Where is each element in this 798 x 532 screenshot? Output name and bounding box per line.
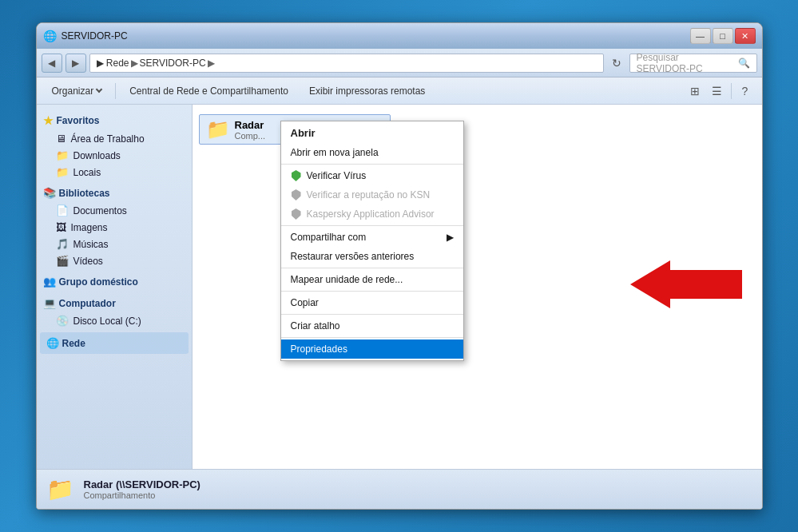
- videos-label: Vídeos: [73, 256, 103, 267]
- sidebar-item-musicas[interactable]: 🎵 Músicas: [37, 236, 192, 252]
- grupo-label: Grupo doméstico: [59, 276, 138, 288]
- abrir-label: Abrir: [291, 127, 316, 139]
- ctx-item-mapear[interactable]: Mapear unidade de rede...: [281, 270, 463, 289]
- sidebar-header-grupo[interactable]: 👥 Grupo doméstico: [37, 272, 192, 291]
- sidebar-item-videos[interactable]: 🎬 Vídeos: [37, 252, 192, 269]
- bibliotecas-label: Bibliotecas: [59, 188, 110, 199]
- computador-label: Computador: [59, 298, 116, 309]
- ctx-item-reputacao-left: Verificar a reputação no KSN: [291, 189, 431, 200]
- copiar-label: Copiar: [291, 297, 319, 308]
- verificar-virus-label: Verificar Vírus: [307, 170, 367, 181]
- ctx-item-restaurar[interactable]: Restaurar versões anteriores: [281, 247, 463, 266]
- sidebar-item-desktop[interactable]: 🖥 Área de Trabalho: [37, 130, 192, 147]
- sidebar-header-computador[interactable]: 💻 Computador: [37, 294, 192, 312]
- ctx-item-compartilhar[interactable]: Compartilhar com ▶: [281, 228, 463, 247]
- toolbar-separator-2: [731, 83, 732, 99]
- ctx-separator-5: [281, 314, 463, 315]
- sidebar-header-bibliotecas[interactable]: 📚 Bibliotecas: [37, 184, 192, 202]
- ctx-item-propriedades[interactable]: Propriedades: [281, 339, 463, 359]
- sidebar-section-rede: 🌐 Rede: [37, 332, 192, 354]
- mapear-label: Mapear unidade de rede...: [291, 274, 403, 285]
- sidebar-section-bibliotecas: 📚 Bibliotecas 📄 Documentos 🖼 Imagens 🎵 M…: [37, 184, 192, 269]
- abrir-nova-janela-label: Abrir em nova janela: [291, 147, 379, 158]
- submenu-arrow-icon: ▶: [447, 232, 454, 243]
- status-folder-type: Compartilhamento: [84, 490, 200, 500]
- bibliotecas-icon: 📚: [43, 187, 56, 199]
- back-button[interactable]: ◀: [42, 54, 62, 73]
- arrow-body: [670, 270, 742, 299]
- ctx-item-copiar[interactable]: Copiar: [281, 293, 463, 312]
- network-sharing-button[interactable]: Central de Rede e Compartilhamento: [121, 81, 297, 101]
- toolbar: Organizar Central de Rede e Compartilham…: [37, 77, 762, 105]
- arrow-head-icon: [630, 260, 670, 308]
- restaurar-label: Restaurar versões anteriores: [291, 251, 415, 262]
- ctx-item-kaspersky-left: Kaspersky Application Advisor: [291, 208, 435, 220]
- explorer-window: 🌐 SERVIDOR-PC — □ ✕ ◀ ▶ ▶ Rede ▶ SERVIDO…: [36, 22, 763, 510]
- ctx-item-abrir[interactable]: Abrir: [281, 123, 463, 143]
- imagens-icon: 🖼: [56, 221, 66, 233]
- locais-icon: 📁: [56, 166, 69, 178]
- window-icon: 🌐: [43, 30, 57, 42]
- sidebar-section-grupo: 👥 Grupo doméstico: [37, 272, 192, 291]
- content-area: 📁 Radar Comp... Abrir Abrir em nova jane…: [193, 105, 762, 469]
- title-bar: 🌐 SERVIDOR-PC — □ ✕: [37, 23, 762, 49]
- sidebar-item-locais[interactable]: 📁 Locais: [37, 164, 192, 181]
- ctx-separator-2: [281, 225, 463, 226]
- documentos-label: Documentos: [73, 205, 127, 216]
- breadcrumb-item-rede[interactable]: ▶ Rede: [97, 58, 129, 69]
- organize-label: Organizar: [52, 85, 94, 97]
- search-box[interactable]: Pesquisar SERVIDOR-PC 🔍: [629, 54, 757, 73]
- videos-icon: 🎬: [56, 255, 69, 267]
- sidebar-header-favoritos[interactable]: ★ Favoritos: [37, 111, 192, 130]
- organize-button[interactable]: Organizar: [43, 81, 111, 101]
- rede-label: Rede: [62, 338, 85, 349]
- rede-icon: 🌐: [46, 337, 59, 349]
- compartilhar-label: Compartilhar com: [291, 232, 367, 243]
- status-folder-name: Radar (\\SERVIDOR-PC): [84, 478, 200, 490]
- breadcrumb: ▶ Rede ▶ SERVIDOR-PC ▶: [97, 58, 215, 69]
- criar-atalho-label: Criar atalho: [291, 320, 340, 332]
- view-toggle-button[interactable]: ⊞: [685, 81, 705, 101]
- disco-label: Disco Local (C:): [73, 316, 141, 327]
- view-details-button[interactable]: ☰: [707, 81, 728, 101]
- musicas-icon: 🎵: [56, 238, 69, 250]
- sidebar-item-documentos[interactable]: 📄 Documentos: [37, 202, 192, 219]
- computador-icon: 💻: [43, 297, 56, 309]
- forward-button[interactable]: ▶: [66, 54, 86, 73]
- sidebar-item-downloads[interactable]: 📁 Downloads: [37, 147, 192, 164]
- address-input[interactable]: ▶ Rede ▶ SERVIDOR-PC ▶: [89, 54, 604, 73]
- ctx-item-verificar-reputacao: Verificar a reputação no KSN: [281, 185, 463, 204]
- ctx-item-abrir-nova-janela[interactable]: Abrir em nova janela: [281, 143, 463, 162]
- address-bar: ◀ ▶ ▶ Rede ▶ SERVIDOR-PC ▶ ↻ Pesquisar S…: [37, 49, 762, 77]
- desktop-label: Área de Trabalho: [71, 133, 145, 145]
- ctx-item-criar-atalho[interactable]: Criar atalho: [281, 316, 463, 335]
- ctx-item-verificar-virus-left: Verificar Vírus: [291, 170, 367, 181]
- network-sharing-label: Central de Rede e Compartilhamento: [129, 85, 288, 97]
- grupo-icon: 👥: [43, 276, 56, 288]
- documentos-icon: 📄: [56, 204, 69, 216]
- shield-gray-icon-1: [291, 189, 302, 200]
- folder-name: Radar: [235, 119, 266, 131]
- window-title: SERVIDOR-PC: [62, 30, 128, 42]
- help-button[interactable]: ?: [735, 81, 756, 101]
- organize-chevron: [97, 85, 101, 97]
- sidebar-item-disco-local[interactable]: 💿 Disco Local (C:): [37, 312, 192, 329]
- sidebar-section-favoritos: ★ Favoritos 🖥 Área de Trabalho 📁 Downloa…: [37, 111, 192, 181]
- sidebar-section-computador: 💻 Computador 💿 Disco Local (C:): [37, 294, 192, 329]
- musicas-label: Músicas: [73, 239, 109, 250]
- close-button[interactable]: ✕: [735, 28, 756, 44]
- ctx-item-verificar-virus[interactable]: Verificar Vírus: [281, 166, 463, 185]
- downloads-folder-icon: 📁: [56, 149, 69, 161]
- red-arrow-indicator: [630, 260, 742, 308]
- kaspersky-label: Kaspersky Application Advisor: [307, 208, 435, 220]
- maximize-button[interactable]: □: [713, 28, 733, 44]
- refresh-button[interactable]: ↻: [607, 54, 626, 73]
- remote-printers-label: Exibir impressoras remotas: [309, 85, 425, 97]
- sidebar-item-imagens[interactable]: 🖼 Imagens: [37, 219, 192, 236]
- disco-icon: 💿: [56, 315, 69, 327]
- remote-printers-button[interactable]: Exibir impressoras remotas: [300, 81, 434, 101]
- minimize-button[interactable]: —: [690, 28, 711, 44]
- status-bar: 📁 Radar (\\SERVIDOR-PC) Compartilhamento: [37, 469, 762, 509]
- breadcrumb-item-servidor[interactable]: SERVIDOR-PC: [140, 58, 206, 69]
- sidebar-header-rede[interactable]: 🌐 Rede: [40, 332, 189, 354]
